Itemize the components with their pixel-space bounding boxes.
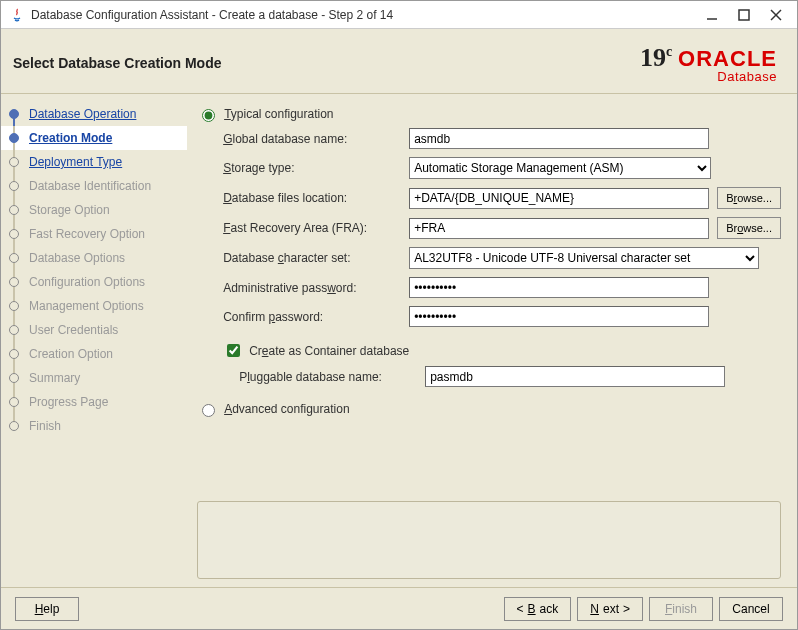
- fra-browse-button[interactable]: Browse...: [717, 217, 781, 239]
- typical-config-radio-row: Typical configuration: [197, 106, 781, 122]
- wizard-step-6: Database Options: [1, 246, 187, 270]
- wizard-step-3: Database Identification: [1, 174, 187, 198]
- advanced-config-radio-row: Advanced configuration: [197, 401, 781, 417]
- wizard-step-0[interactable]: Database Operation: [1, 102, 187, 126]
- brand-version: 19c: [640, 43, 672, 73]
- global-db-name-input[interactable]: [409, 128, 709, 149]
- help-button[interactable]: Help: [15, 597, 79, 621]
- brand-name: ORACLE: [678, 48, 777, 70]
- fra-label: Fast Recovery Area (FRA):: [223, 221, 403, 235]
- main-panel: Typical configuration Global database na…: [187, 94, 797, 587]
- window-controls: [705, 8, 789, 22]
- confirm-pw-label: Confirm password:: [223, 310, 403, 324]
- wizard-step-4: Storage Option: [1, 198, 187, 222]
- pdb-name-input[interactable]: [425, 366, 725, 387]
- storage-type-label: Storage type:: [223, 161, 403, 175]
- charset-select[interactable]: AL32UTF8 - Unicode UTF-8 Universal chara…: [409, 247, 759, 269]
- minimize-button[interactable]: [705, 8, 719, 22]
- files-location-input[interactable]: [409, 188, 709, 209]
- brand-logo: 19c ORACLE Database: [640, 43, 777, 83]
- pdb-form: Pluggable database name:: [239, 366, 781, 387]
- cancel-button[interactable]: Cancel: [719, 597, 783, 621]
- footer: Help < Back Next > Finish Cancel: [1, 587, 797, 629]
- wizard-step-2[interactable]: Deployment Type: [1, 150, 187, 174]
- wizard-step-8: Management Options: [1, 294, 187, 318]
- global-db-name-label: Global database name:: [223, 132, 403, 146]
- wizard-step-5: Fast Recovery Option: [1, 222, 187, 246]
- titlebar: Database Configuration Assistant - Creat…: [1, 1, 797, 29]
- advanced-config-radio[interactable]: [202, 404, 215, 417]
- files-location-label: Database files location:: [223, 191, 403, 205]
- wizard-step-11: Summary: [1, 366, 187, 390]
- wizard-step-9: User Credentials: [1, 318, 187, 342]
- page-title: Select Database Creation Mode: [13, 55, 222, 71]
- container-db-checkbox[interactable]: [227, 344, 240, 357]
- java-icon: [9, 7, 25, 23]
- advanced-config-label: Advanced configuration: [224, 402, 349, 416]
- pdb-name-label: Pluggable database name:: [239, 370, 419, 384]
- wizard-step-10: Creation Option: [1, 342, 187, 366]
- storage-type-select[interactable]: Automatic Storage Management (ASM): [409, 157, 711, 179]
- typical-config-label: Typical configuration: [224, 107, 333, 121]
- app-window: Database Configuration Assistant - Creat…: [0, 0, 798, 630]
- wizard-steps-sidebar: Database OperationCreation ModeDeploymen…: [1, 94, 187, 587]
- confirm-pw-input[interactable]: [409, 306, 709, 327]
- admin-pw-input[interactable]: [409, 277, 709, 298]
- svg-rect-1: [739, 10, 749, 20]
- typical-config-form: Global database name: Storage type: Auto…: [223, 128, 781, 327]
- header: Select Database Creation Mode 19c ORACLE…: [1, 29, 797, 93]
- maximize-button[interactable]: [737, 8, 751, 22]
- wizard-step-13: Finish: [1, 414, 187, 438]
- next-button[interactable]: Next >: [577, 597, 643, 621]
- files-location-browse-button[interactable]: Browse...: [717, 187, 781, 209]
- fra-input[interactable]: [409, 218, 709, 239]
- window-title: Database Configuration Assistant - Creat…: [31, 8, 705, 22]
- wizard-step-1[interactable]: Creation Mode: [1, 126, 187, 150]
- admin-pw-label: Administrative password:: [223, 281, 403, 295]
- finish-button: Finish: [649, 597, 713, 621]
- typical-config-radio[interactable]: [202, 109, 215, 122]
- charset-label: Database character set:: [223, 251, 403, 265]
- container-db-label: Create as Container database: [249, 344, 409, 358]
- close-button[interactable]: [769, 8, 783, 22]
- back-button[interactable]: < Back: [504, 597, 572, 621]
- wizard-step-7: Configuration Options: [1, 270, 187, 294]
- body: Database OperationCreation ModeDeploymen…: [1, 93, 797, 587]
- container-db-row: Create as Container database: [223, 341, 781, 360]
- wizard-step-12: Progress Page: [1, 390, 187, 414]
- brand-sub: Database: [678, 70, 777, 83]
- message-area: [197, 501, 781, 579]
